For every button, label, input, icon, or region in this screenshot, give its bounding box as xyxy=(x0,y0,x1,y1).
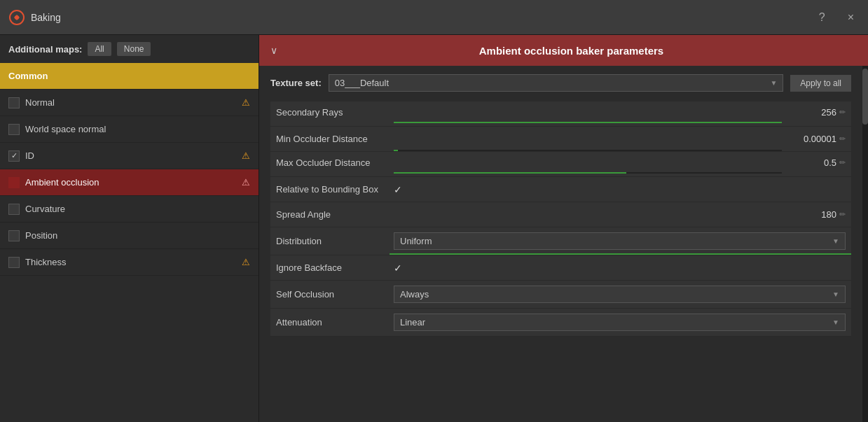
edit-icon-spread-angle[interactable]: ✏ xyxy=(839,210,846,219)
ignore-backface-check[interactable]: ✓ xyxy=(394,262,402,274)
spread-angle-slider[interactable] xyxy=(394,202,782,227)
texture-set-row: Texture set: 03___Default ▼ Apply to all xyxy=(270,71,851,94)
min-occluder-slider[interactable] xyxy=(394,127,782,151)
edit-icon-max-occluder[interactable]: ✏ xyxy=(839,158,846,167)
min-occluder-row: Min Occluder Distance 0.00001 ✏ xyxy=(270,127,851,152)
title-bar: Baking ? × xyxy=(0,0,868,35)
all-button[interactable]: All xyxy=(88,42,111,56)
max-occluder-label: Max Occluder Distance xyxy=(276,157,388,168)
checkbox-ambient-occlusion[interactable] xyxy=(8,177,20,188)
apply-to-all-button[interactable]: Apply to all xyxy=(790,75,851,92)
edit-icon-min-occluder[interactable]: ✏ xyxy=(839,134,846,143)
attenuation-label: Attenuation xyxy=(276,317,388,328)
dropdown-arrow-icon: ▼ xyxy=(770,79,777,87)
list-item-label-id: ID xyxy=(25,150,236,161)
max-occluder-row: Max Occluder Distance 0.5 ✏ xyxy=(270,152,851,177)
min-occluder-label: Min Occluder Distance xyxy=(276,134,388,144)
self-occlusion-label: Self Occlusion xyxy=(276,289,388,300)
ignore-backface-label: Ignore Backface xyxy=(276,262,388,273)
list-item-label-common: Common xyxy=(8,71,250,81)
title-bar-controls: ? × xyxy=(813,8,860,27)
self-occlusion-value: Always xyxy=(400,289,429,300)
list-item-curvature[interactable]: Curvature xyxy=(0,196,259,223)
scrollbar-thumb[interactable] xyxy=(862,69,868,125)
ignore-backface-row: Ignore Backface ✓ xyxy=(270,255,851,281)
list-item-label-world-normal: World space normal xyxy=(25,124,250,134)
list-item-label-position: Position xyxy=(25,230,250,241)
relative-bounding-row: Relative to Bounding Box ✓ xyxy=(270,177,851,202)
warning-icon-ao: ⚠ xyxy=(242,177,250,188)
additional-maps-label: Additional maps: xyxy=(8,44,82,55)
spread-angle-value: 180 xyxy=(787,209,836,220)
baking-icon xyxy=(8,9,25,26)
secondary-rays-label: Secondary Rays xyxy=(276,107,388,118)
relative-bounding-label: Relative to Bounding Box xyxy=(276,184,388,195)
secondary-rays-value: 256 xyxy=(787,107,836,118)
right-panel: ∨ Ambient occlusion baker parameters Tex… xyxy=(259,35,868,422)
collapse-chevron-icon[interactable]: ∨ xyxy=(270,45,277,56)
list-item-label-normal: Normal xyxy=(25,97,236,108)
distribution-underline xyxy=(390,253,851,255)
svg-point-1 xyxy=(15,15,19,20)
list-item-normal[interactable]: Normal ⚠ xyxy=(0,90,259,116)
checkbox-normal[interactable] xyxy=(8,97,20,108)
max-occluder-value: 0.5 xyxy=(787,157,836,168)
list-item-common[interactable]: Common xyxy=(0,63,259,90)
panel-title: Ambient occlusion baker parameters xyxy=(286,45,857,57)
checkbox-curvature[interactable] xyxy=(8,204,20,215)
distribution-row: Distribution Uniform ▼ xyxy=(270,227,851,255)
map-list: Common Normal ⚠ World space normal ✓ ID … xyxy=(0,63,259,422)
attenuation-arrow-icon: ▼ xyxy=(832,318,839,326)
texture-set-value: 03___Default xyxy=(335,78,389,88)
list-item-label-thickness: Thickness xyxy=(25,257,236,267)
spread-angle-label: Spread Angle xyxy=(276,209,388,220)
distribution-label: Distribution xyxy=(276,236,388,246)
attenuation-value: Linear xyxy=(400,317,425,328)
self-occlusion-dropdown[interactable]: Always ▼ xyxy=(394,286,846,303)
texture-set-label: Texture set: xyxy=(270,78,322,88)
texture-set-dropdown[interactable]: 03___Default ▼ xyxy=(329,74,784,92)
distribution-dropdown-arrow-icon: ▼ xyxy=(832,237,839,245)
self-occlusion-row: Self Occlusion Always ▼ xyxy=(270,281,851,309)
none-button[interactable]: None xyxy=(117,42,151,56)
help-button[interactable]: ? xyxy=(813,8,831,27)
list-item-world-normal[interactable]: World space normal xyxy=(0,116,259,143)
spread-angle-row: Spread Angle 180 ✏ xyxy=(270,202,851,227)
attenuation-row: Attenuation Linear ▼ xyxy=(270,309,851,337)
warning-icon-thickness: ⚠ xyxy=(242,257,250,267)
additional-maps-header: Additional maps: All None xyxy=(0,35,259,63)
attenuation-dropdown[interactable]: Linear ▼ xyxy=(394,314,846,331)
close-button[interactable]: × xyxy=(842,8,860,27)
checkbox-world-normal[interactable] xyxy=(8,124,20,135)
main-layout: Additional maps: All None Common Normal … xyxy=(0,35,868,422)
distribution-value: Uniform xyxy=(400,236,432,246)
left-panel: Additional maps: All None Common Normal … xyxy=(0,35,259,422)
list-item-label-curvature: Curvature xyxy=(25,204,250,214)
panel-header: ∨ Ambient occlusion baker parameters xyxy=(259,35,868,66)
distribution-dropdown[interactable]: Uniform ▼ xyxy=(394,232,846,250)
list-item-position[interactable]: Position xyxy=(0,223,259,249)
secondary-rays-slider[interactable] xyxy=(394,101,782,123)
warning-icon-id: ⚠ xyxy=(242,150,250,161)
max-occluder-slider[interactable] xyxy=(394,152,782,174)
list-item-id[interactable]: ✓ ID ⚠ xyxy=(0,143,259,169)
relative-bounding-check[interactable]: ✓ xyxy=(394,184,402,195)
warning-icon-normal: ⚠ xyxy=(242,97,250,108)
checkbox-position[interactable] xyxy=(8,230,20,241)
edit-icon-secondary-rays[interactable]: ✏ xyxy=(839,108,846,117)
content-area: Texture set: 03___Default ▼ Apply to all… xyxy=(259,66,868,422)
list-item-label-ambient-occlusion: Ambient occlusion xyxy=(25,177,236,188)
min-occluder-value: 0.00001 xyxy=(787,134,836,144)
self-occlusion-arrow-icon: ▼ xyxy=(832,290,839,298)
list-item-ambient-occlusion[interactable]: Ambient occlusion ⚠ xyxy=(0,169,259,196)
scrollbar[interactable] xyxy=(862,66,868,422)
checkbox-id[interactable]: ✓ xyxy=(8,150,20,162)
list-item-thickness[interactable]: Thickness ⚠ xyxy=(0,249,259,276)
params-section: Secondary Rays 256 ✏ Min Occluder Distan… xyxy=(270,101,851,337)
checkbox-thickness[interactable] xyxy=(8,257,20,268)
secondary-rays-row: Secondary Rays 256 ✏ xyxy=(270,101,851,127)
window-title: Baking xyxy=(31,12,813,23)
